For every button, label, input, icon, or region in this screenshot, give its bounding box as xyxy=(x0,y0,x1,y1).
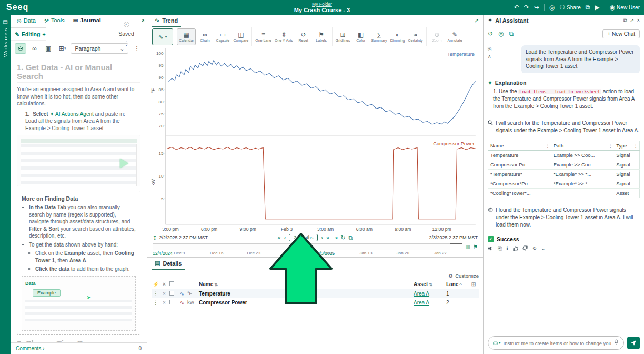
chat-history-icon[interactable]: ↺ xyxy=(488,30,493,37)
share-chat-icon[interactable]: ⧉ xyxy=(509,30,514,37)
reset-button[interactable]: ↺Reset xyxy=(295,28,313,45)
plug-icon[interactable]: ⚡ xyxy=(152,281,160,287)
worksheets-strip[interactable]: ▤ Worksheets xyxy=(0,15,11,354)
new-chat-button[interactable]: + New Chat xyxy=(602,30,640,38)
attach-link-icon[interactable]: ∞ xyxy=(29,43,41,54)
annotate-button[interactable]: ✎Annotate xyxy=(446,28,464,45)
chain-view-icon[interactable]: ⧉ xyxy=(349,235,353,241)
step-back-icon[interactable]: ‹ xyxy=(284,235,286,241)
chart-type-button[interactable]: ∿▾ xyxy=(152,28,173,45)
chain-button[interactable]: ∞Chain xyxy=(196,28,214,45)
journal-screenshot-thumbnail-1[interactable] xyxy=(17,135,140,186)
ai-assist-button[interactable] xyxy=(15,43,26,54)
remove-all-icon[interactable]: × xyxy=(160,281,168,287)
screens-icon[interactable]: ⧉ xyxy=(586,4,590,11)
customize-button[interactable]: ⚙ Customize xyxy=(152,271,479,280)
send-button[interactable] xyxy=(627,337,640,349)
present-icon[interactable]: ▶ xyxy=(595,4,599,11)
row-checkbox[interactable] xyxy=(169,291,174,296)
remove-item-icon[interactable]: × xyxy=(160,300,168,306)
redo-icon[interactable]: ↷ xyxy=(524,4,529,11)
row-menu-icon[interactable]: ⋮ xyxy=(152,300,160,306)
display-range-bar: ↧ 2/2/2025 2:37 PM MST « ‹ 2 months › » … xyxy=(147,233,483,242)
row-checkbox[interactable] xyxy=(169,300,174,304)
paragraph-style-select[interactable]: Paragraph ⌄ xyxy=(71,43,128,54)
expand-ai-icon[interactable]: ↗ xyxy=(630,17,634,23)
compare-button[interactable]: ◫Compare xyxy=(232,28,250,45)
comments-link[interactable]: Comments › xyxy=(16,346,44,351)
copy-response-icon[interactable]: ⎘ xyxy=(498,245,502,252)
tab-trend[interactable]: ∿ Trend xyxy=(152,15,181,27)
info-icon[interactable]: ℹ xyxy=(506,245,508,251)
timeline-monitor-icon[interactable]: ▥ xyxy=(466,244,470,250)
thumbs-up-icon[interactable] xyxy=(512,245,518,251)
asset-link[interactable]: Area A xyxy=(414,291,429,297)
row-menu-icon[interactable]: ⋮ xyxy=(152,291,160,297)
asset-link[interactable]: Area A xyxy=(414,300,429,306)
row-name[interactable]: Compressor Power xyxy=(199,300,414,306)
agent-select-icon[interactable]: ▾ xyxy=(492,340,501,346)
lane-column-header[interactable]: Lane^ xyxy=(446,281,468,287)
mic-icon[interactable] xyxy=(614,339,619,347)
insert-table-icon[interactable]: ⊞▾ xyxy=(57,43,68,54)
row-name[interactable]: Temperature xyxy=(199,291,414,297)
forward-icon[interactable]: ↪ xyxy=(534,4,539,11)
step-forward-fast-icon[interactable]: » xyxy=(326,235,329,241)
select-all-checkbox[interactable] xyxy=(169,281,174,286)
step-back-fast-icon[interactable]: « xyxy=(278,235,281,241)
ai-input-box[interactable]: ▾ xyxy=(488,336,624,350)
regenerate-icon[interactable]: ↻ xyxy=(532,245,537,251)
insert-image-icon[interactable]: ▣ xyxy=(43,43,54,54)
view-prompts-icon[interactable]: ◎ xyxy=(498,30,504,37)
expand-trend-icon[interactable]: ↗ xyxy=(474,17,479,24)
column-menu-icon[interactable]: ⋮ xyxy=(608,143,613,149)
calendar-button[interactable]: ▦Calendar xyxy=(177,28,196,45)
editing-mode[interactable]: ✎ Editing + xyxy=(15,31,46,37)
name-column-header[interactable]: Name⇅ xyxy=(199,281,414,287)
capsule-button[interactable]: ▭Capsule xyxy=(214,28,232,45)
format-overflow-icon[interactable]: ⋮ xyxy=(131,43,143,54)
copy-message-icon[interactable]: ⎘ xyxy=(488,46,491,52)
user-menu[interactable]: ◉ New User xyxy=(610,4,640,11)
zoom-button[interactable]: ⊕Zoom xyxy=(428,28,446,45)
breadcrumb-folder-link[interactable]: My Folder xyxy=(312,2,332,7)
summary-button[interactable]: ∑Summary xyxy=(370,28,389,45)
timeline-bar[interactable] xyxy=(153,243,462,250)
timeline-selection[interactable] xyxy=(450,243,462,250)
column-menu-icon[interactable]: ⋮ xyxy=(633,143,639,149)
details-row[interactable]: ⋮×∿kWCompressor PowerArea A2 xyxy=(152,298,479,307)
range-download-icon[interactable]: ↧ xyxy=(153,235,157,241)
gridlines-button[interactable]: ⊞Gridlines xyxy=(334,28,352,45)
asset-column-header[interactable]: Asset⇅ xyxy=(414,281,446,287)
share-button[interactable]: ⚇ Share xyxy=(559,4,580,11)
color-button[interactable]: ◧Color xyxy=(352,28,370,45)
column-menu-icon[interactable]: ⋮ xyxy=(545,143,550,149)
read-aloud-icon[interactable] xyxy=(488,245,494,251)
labels-button[interactable]: ⚑Labels xyxy=(313,28,330,45)
collapse-message-icon[interactable]: ∧ xyxy=(488,54,491,59)
one-y-axis-button[interactable]: ⇕One Y-Axis xyxy=(273,28,295,45)
timeline-flag-icon[interactable]: ⚑ xyxy=(473,244,478,250)
thumbs-down-icon[interactable] xyxy=(522,245,528,251)
close-ai-icon[interactable]: × xyxy=(637,17,640,23)
remove-item-icon[interactable]: × xyxy=(160,291,168,297)
details-row[interactable]: ⋮×∿°FTemperatureArea A1 xyxy=(152,289,479,298)
step-to-end-icon[interactable]: ⇥ xyxy=(333,235,337,241)
dimming-button[interactable]: ◐Dimming xyxy=(389,28,407,45)
locate-icon[interactable]: ◎ xyxy=(549,4,555,11)
asset-tree-icon[interactable]: ⊞ xyxy=(468,281,479,287)
ai-actions-agent-link[interactable]: ✦ AI Actions Agent xyxy=(49,111,93,117)
certainty-button[interactable]: ≈Certainty xyxy=(407,28,425,45)
journal-screenshot-thumbnail-2[interactable]: Data Example ➤ xyxy=(22,276,136,331)
step-forward-icon[interactable]: › xyxy=(321,235,323,241)
undo-icon[interactable]: ↶ xyxy=(514,4,519,11)
tab-data[interactable]: ◎ Data xyxy=(13,15,40,27)
duration-button[interactable]: 2 months xyxy=(289,234,318,241)
trend-chart[interactable]: 100959085807570°FTemperature15105kWCompr… xyxy=(147,46,483,233)
one-lane-button[interactable]: ≡One Lane xyxy=(254,28,273,45)
refresh-range-icon[interactable]: ↻ xyxy=(340,235,345,241)
ai-prompt-input[interactable] xyxy=(504,340,611,346)
tab-details[interactable]: ▤ Details xyxy=(152,258,185,270)
more-chevron-icon[interactable]: ⌄ xyxy=(541,245,545,251)
open-in-new-icon[interactable]: ⧉ xyxy=(623,17,627,24)
